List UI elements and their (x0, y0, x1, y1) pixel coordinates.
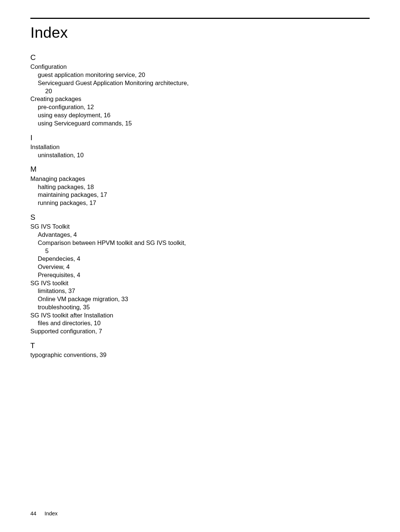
index-letter-t: T (30, 341, 219, 350)
page-title: Index (30, 24, 370, 41)
index-entry: using easy deployment, 16 (30, 111, 219, 119)
index-entry: Configuration (30, 63, 219, 71)
index-entry: files and directories, 10 (30, 319, 219, 327)
page-footer: 44Index (30, 511, 58, 516)
index-entry: running packages, 17 (30, 199, 219, 207)
index-entry: halting packages, 18 (30, 183, 219, 191)
index-body: C Configuration guest application monito… (30, 53, 219, 359)
index-entry: uninstallation, 10 (30, 151, 219, 159)
index-entry: pre-configuration, 12 (30, 103, 219, 111)
index-entry: Prerequisites, 4 (30, 271, 219, 279)
index-entry: Online VM package migration, 33 (30, 295, 219, 303)
index-entry: 5 (30, 247, 219, 255)
index-entry: typographic conventions, 39 (30, 351, 219, 359)
index-entry: 20 (30, 87, 219, 95)
index-letter-c: C (30, 53, 219, 62)
index-entry: SG IVS toolkit after Installation (30, 312, 219, 320)
index-entry: Managing packages (30, 175, 219, 183)
index-entry: using Serviceguard commands, 15 (30, 119, 219, 128)
page-number: 44 (30, 511, 36, 516)
index-entry: Advantages, 4 (30, 231, 219, 239)
index-entry: Installation (30, 143, 219, 151)
index-entry: Supported configuration, 7 (30, 327, 219, 336)
index-entry: Creating packages (30, 95, 219, 103)
index-entry: SG IVS Toolkit (30, 223, 219, 231)
index-entry: Comparison between HPVM toolkit and SG I… (30, 239, 219, 247)
index-letter-i: I (30, 133, 219, 142)
index-entry: SG IVS toolkit (30, 279, 219, 287)
horizontal-rule (30, 18, 370, 19)
index-entry: troubleshooting, 35 (30, 303, 219, 312)
index-entry: Dependecies, 4 (30, 255, 219, 263)
index-letter-s: S (30, 212, 219, 222)
index-letter-m: M (30, 164, 219, 174)
index-entry: guest application monitoring service, 20 (30, 71, 219, 79)
index-entry: Serviceguard Guest Application Monitorin… (30, 79, 219, 87)
index-entry: maintaining packages, 17 (30, 191, 219, 199)
index-entry: Overview, 4 (30, 263, 219, 271)
index-entry: limitations, 37 (30, 287, 219, 295)
footer-section-title: Index (44, 511, 57, 516)
